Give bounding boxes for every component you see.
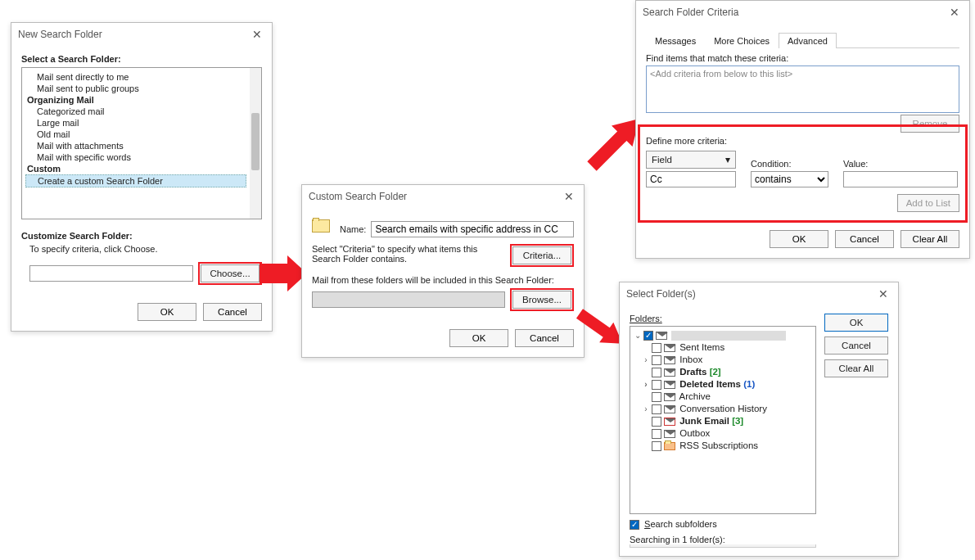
list-header: Custom <box>25 163 246 174</box>
folders-desc: Mail from these folders will be included… <box>312 275 574 285</box>
folder-label: Sent Items <box>679 342 724 352</box>
select-search-folder-label: Select a Search Folder: <box>21 54 262 64</box>
name-input[interactable] <box>371 221 574 237</box>
folder-checkbox[interactable] <box>652 441 661 451</box>
dialog-title: Select Folder(s) <box>626 288 696 300</box>
criteria-display <box>29 265 193 282</box>
clear-all-button[interactable]: Clear All <box>901 230 959 248</box>
tree-row[interactable]: Drafts [2] <box>634 366 812 378</box>
folders-display <box>312 291 505 308</box>
customize-label: Customize Search Folder: <box>21 231 262 241</box>
browse-button[interactable]: Browse... <box>512 291 571 309</box>
ok-button[interactable]: OK <box>138 303 196 321</box>
folder-label: Conversation History <box>679 404 767 413</box>
folder-label: Inbox <box>679 355 702 364</box>
dialog-title: New Search Folder <box>18 29 102 40</box>
tree-row[interactable]: Archive <box>634 391 812 403</box>
criteria-list[interactable]: <Add criteria from below to this list> <box>646 65 959 113</box>
titlebar: New Search Folder ✕ <box>11 23 272 46</box>
expander-icon[interactable]: › <box>642 404 650 413</box>
folder-label: Drafts <box>679 367 706 377</box>
cancel-button[interactable]: Cancel <box>515 329 574 347</box>
folder-checkbox[interactable] <box>652 392 661 402</box>
highlight-define-criteria <box>638 124 968 223</box>
junk-icon <box>664 418 675 426</box>
close-icon[interactable]: ✕ <box>249 28 265 41</box>
folder-label: RSS Subscriptions <box>679 440 758 450</box>
cancel-button[interactable]: Cancel <box>835 230 894 248</box>
close-icon[interactable]: ✕ <box>875 287 891 300</box>
list-item[interactable]: Mail sent directly to me <box>25 71 246 83</box>
scrollbar[interactable] <box>250 68 261 219</box>
list-item[interactable]: Mail sent to public groups <box>25 83 246 94</box>
folder-checkbox[interactable] <box>652 368 661 377</box>
list-header: Organizing Mail <box>25 94 246 106</box>
custom-search-folder-dialog: Custom Search Folder ✕ Name: Select "Cri… <box>301 184 585 358</box>
folder-label: Junk Email <box>679 416 729 426</box>
ok-button[interactable]: OK <box>770 230 828 248</box>
search-subfolders-label: SSearch subfoldersearch subfolders <box>644 519 717 529</box>
tree-row[interactable]: ⌄ <box>634 329 812 341</box>
folder-checkbox[interactable] <box>652 355 661 365</box>
tab-more-choices[interactable]: More Choices <box>705 33 779 48</box>
mail-icon <box>664 405 675 413</box>
close-icon[interactable]: ✕ <box>561 190 577 203</box>
folder-checkbox[interactable] <box>652 380 661 390</box>
mail-icon <box>664 430 675 438</box>
mail-icon <box>664 368 675 377</box>
redacted-label <box>671 331 786 341</box>
folder-checkbox[interactable] <box>652 417 661 427</box>
folder-label: Outbox <box>679 428 710 438</box>
titlebar: Custom Search Folder ✕ <box>302 185 584 208</box>
choose-button[interactable]: Choose... <box>201 264 260 282</box>
titlebar: Search Folder Criteria ✕ <box>636 1 969 24</box>
tab-messages[interactable]: Messages <box>646 33 705 48</box>
criteria-desc: Select "Criteria" to specify what items … <box>312 244 505 264</box>
folder-checkbox[interactable] <box>652 343 661 353</box>
mail-icon <box>664 393 675 401</box>
list-item[interactable]: Old mail <box>25 129 246 140</box>
criteria-button[interactable]: Criteria... <box>512 246 571 264</box>
clear-all-button[interactable]: Clear All <box>824 359 888 377</box>
dialog-title: Custom Search Folder <box>309 191 407 202</box>
tree-row[interactable]: Junk Email [3] <box>634 415 812 427</box>
expander-icon[interactable]: ⌄ <box>634 331 642 340</box>
dialog-title: Search Folder Criteria <box>643 7 738 18</box>
count-badge: [3] <box>732 416 743 426</box>
tab-strip: Messages More Choices Advanced <box>646 32 959 48</box>
folder-checkbox[interactable] <box>652 404 661 414</box>
tree-row[interactable]: › Inbox <box>634 354 812 366</box>
count-badge: (1) <box>743 379 755 389</box>
mail-icon <box>664 356 675 364</box>
search-folder-list[interactable]: Mail sent directly to meMail sent to pub… <box>21 67 262 219</box>
folder-checkbox[interactable] <box>643 331 653 341</box>
tree-row[interactable]: Outbox <box>634 427 812 440</box>
list-item[interactable]: Categorized mail <box>25 106 246 117</box>
tab-advanced[interactable]: Advanced <box>779 33 837 48</box>
expander-icon[interactable]: › <box>642 355 650 364</box>
list-item[interactable]: Mail with specific words <box>25 151 246 163</box>
folder-tree[interactable]: ⌄ Sent Items› Inbox Drafts [2]› Deleted … <box>630 326 816 514</box>
list-item[interactable]: Mail with attachments <box>25 140 246 151</box>
tree-row[interactable]: › Conversation History <box>634 403 812 415</box>
cancel-button[interactable]: Cancel <box>824 336 888 355</box>
ok-button[interactable]: OK <box>824 314 888 332</box>
mail-icon <box>656 332 667 340</box>
close-icon[interactable]: ✕ <box>946 6 963 19</box>
search-subfolders-checkbox[interactable] <box>630 520 639 530</box>
find-label: Find items that match these criteria: <box>646 53 959 63</box>
tree-row[interactable]: RSS Subscriptions <box>634 440 812 452</box>
mail-icon <box>664 381 675 389</box>
folder-checkbox[interactable] <box>652 429 661 439</box>
expander-icon[interactable]: › <box>642 380 650 389</box>
list-item[interactable]: Create a custom Search Folder <box>25 174 246 187</box>
folder-label: Archive <box>679 391 711 401</box>
specify-label: To specify criteria, click Choose. <box>21 241 262 259</box>
ok-button[interactable]: OK <box>449 329 508 347</box>
rss-icon <box>664 442 675 450</box>
folder-label: Deleted Items <box>679 379 741 389</box>
list-item[interactable]: Large mail <box>25 117 246 129</box>
cancel-button[interactable]: Cancel <box>203 303 262 321</box>
tree-row[interactable]: Sent Items <box>634 341 812 354</box>
tree-row[interactable]: › Deleted Items (1) <box>634 378 812 391</box>
